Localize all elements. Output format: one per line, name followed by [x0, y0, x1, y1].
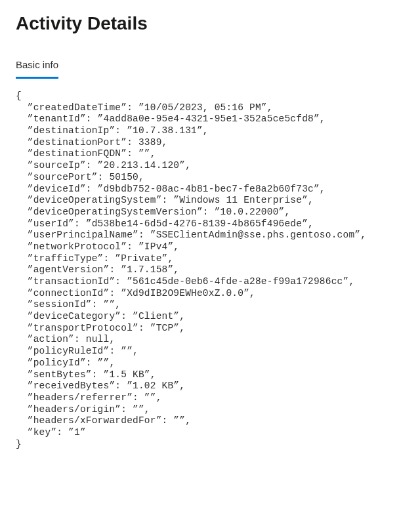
page-title: Activity Details [16, 13, 404, 34]
tab-basic-info[interactable]: Basic info [16, 55, 58, 79]
json-content: { ”createdDateTime”: ”10/05/2023, 05:16 … [16, 91, 404, 450]
